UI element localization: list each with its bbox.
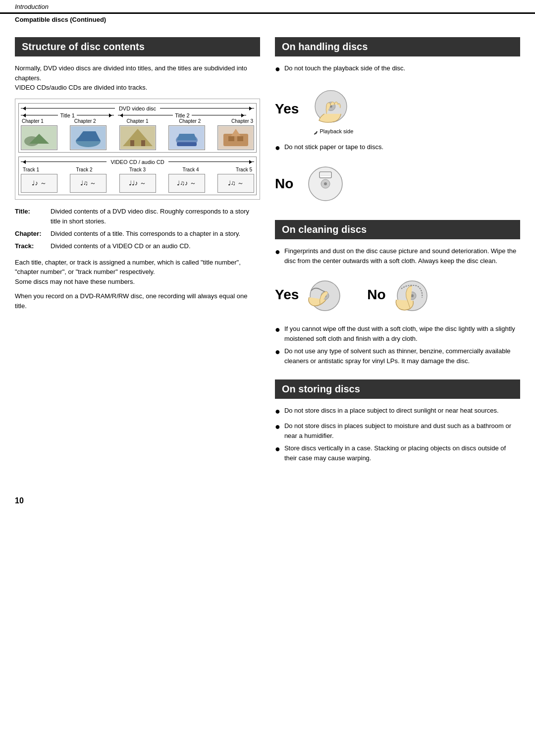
header-intro-label: Introduction (15, 3, 49, 10)
def-chapter-desc: Divided contents of a title. This corres… (51, 229, 260, 239)
header-sub-label: Compatible discs (Continued) (15, 16, 106, 23)
track-box-3: ♩♩♪ ～ (119, 174, 156, 193)
svg-rect-19 (237, 136, 243, 141)
definitions: Title: Divided contents of a DVD video d… (15, 207, 260, 252)
handling-yes-area: Yes (275, 83, 520, 135)
chapter-3: Chapter 3 (231, 118, 253, 124)
track-4: Track 4 (183, 167, 199, 172)
cleaning-yes-disc (303, 272, 347, 317)
def-title-desc: Divided contents of a DVD video disc. Ro… (51, 207, 260, 227)
track-box-1: ♩♪ ～ (21, 174, 57, 193)
right-column: On handling discs ● Do not touch the pla… (275, 37, 520, 477)
storing-title: On storing discs (275, 379, 520, 399)
svg-rect-15 (177, 142, 197, 146)
storing-bullet-1: ● Do not store discs in a place subject … (275, 406, 520, 418)
page-number: 10 (0, 491, 535, 510)
cleaning-title: On cleaning discs (275, 220, 520, 239)
dvd-label: DVD video disc (115, 106, 160, 111)
chapter-2a: Chapter 2 (74, 118, 96, 124)
handling-title: On handling discs (275, 37, 520, 56)
def-track-term: Track: (15, 241, 51, 252)
body-text-2: When you record on a DVD-RAM/R/RW disc, … (15, 291, 260, 311)
handling-bullet-2: ● Do not stick paper or tape to discs. (275, 142, 520, 155)
chapter-2b: Chapter 2 (179, 118, 201, 124)
chapter-1b: Chapter 1 (127, 118, 149, 124)
track-2: Track 2 (76, 167, 93, 172)
svg-rect-10 (130, 140, 134, 146)
playback-side-label: Playback side (320, 128, 353, 134)
def-title-term: Title: (15, 207, 51, 227)
handling-bullet-1: ● Do not touch the playback side of the … (275, 63, 520, 76)
track-box-4: ♩♫♪ ～ (168, 174, 205, 193)
track-5: Track 5 (236, 167, 252, 172)
def-chapter-term: Chapter: (15, 229, 51, 239)
disc-diagram: DVD video disc Title 1 Title 2 (15, 99, 260, 200)
cleaning-yes-label: Yes (275, 287, 299, 303)
storing-section: On storing discs ● Do not store discs in… (275, 379, 520, 463)
handling-no-label: No (275, 176, 293, 192)
track-3: Track 3 (129, 167, 146, 172)
track-box-2: ♩♫ ～ (70, 174, 107, 193)
cleaning-no-disc (390, 272, 434, 317)
svg-rect-18 (228, 136, 234, 141)
handling-no-disc (303, 162, 348, 206)
handling-yes-disc (309, 83, 353, 127)
svg-rect-28 (320, 172, 331, 178)
left-column: Structure of disc contents Normally, DVD… (15, 37, 260, 477)
cleaning-yes-no-area: Yes No (275, 272, 520, 317)
track-1: Track 1 (23, 167, 39, 172)
svg-point-27 (324, 182, 327, 185)
handling-no-area: No (275, 162, 520, 206)
cleaning-section: On cleaning discs ● Fingerprints and dus… (275, 220, 520, 366)
body-text-1: Each title, chapter, or track is assigne… (15, 258, 260, 287)
dvd-chapter-img-1 (21, 125, 57, 150)
cleaning-bullet-3: ● Do not use any type of solvent such as… (275, 346, 520, 366)
dvd-chapter-img-5 (217, 125, 254, 150)
svg-rect-11 (141, 140, 145, 146)
svg-marker-14 (177, 134, 197, 140)
dvd-chapter-img-2 (70, 125, 107, 150)
dvd-chapter-img-3 (119, 125, 156, 150)
vcd-label: VIDEO CD / audio CD (107, 159, 168, 165)
structure-title: Structure of disc contents (15, 37, 260, 56)
chapter-1a: Chapter 1 (22, 118, 44, 124)
handling-yes-label: Yes (275, 101, 299, 117)
title1-label: Title 1 (58, 112, 77, 118)
storing-bullet-2: ● Do not store discs in places subject t… (275, 421, 520, 440)
def-track-desc: Divided contents of a VIDEO CD or an aud… (51, 241, 260, 252)
track-box-5: ♩♫ ～ (217, 174, 254, 193)
cleaning-bullet-2: ● If you cannot wipe off the dust with a… (275, 324, 520, 343)
cleaning-no-label: No (367, 287, 385, 303)
handling-section: On handling discs ● Do not touch the pla… (275, 37, 520, 206)
dvd-chapter-img-4 (168, 125, 205, 150)
storing-bullet-3: ● Store discs vertically in a case. Stac… (275, 443, 520, 463)
cleaning-bullet-1: ● Fingerprints and dust on the disc caus… (275, 246, 520, 266)
title2-label: Title 2 (173, 112, 192, 118)
intro-text: Normally, DVD video discs are divided in… (15, 63, 260, 93)
